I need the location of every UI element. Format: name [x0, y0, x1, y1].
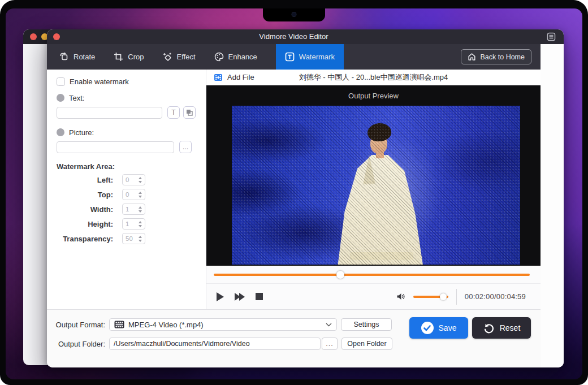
font-button[interactable]: T: [167, 106, 180, 119]
close-button[interactable]: [30, 33, 37, 40]
spinner-down-icon[interactable]: [139, 225, 142, 227]
watermark-area-label: Watermark Area:: [57, 162, 206, 171]
home-icon: [468, 53, 476, 61]
current-file-name: 刘德华 - 中国人 - 20...ble中国巡迴演唱会.mp4: [206, 72, 541, 83]
reset-button[interactable]: Reset: [472, 317, 531, 339]
watermark-picture-input[interactable]: [57, 141, 174, 153]
settings-label: Settings: [353, 321, 379, 328]
transparency-field-label: Transparency:: [57, 235, 113, 243]
add-file-icon: [214, 73, 223, 82]
text-radio[interactable]: [57, 94, 64, 102]
reset-icon: [483, 322, 495, 334]
field-row-height: Height: 1: [57, 218, 206, 230]
watermark-text-input[interactable]: [57, 107, 162, 119]
output-format-dropdown[interactable]: MPEG-4 Video (*.mp4): [109, 318, 337, 331]
output-folder-label: Output Folder:: [47, 340, 105, 348]
enhance-palette-icon: [214, 52, 224, 62]
save-label: Save: [439, 323, 457, 332]
font-color-button[interactable]: [183, 106, 196, 119]
singer-lapel: [363, 155, 375, 184]
tab-label: Rotate: [74, 53, 95, 61]
spinner-up-icon[interactable]: [139, 177, 142, 179]
seek-slider[interactable]: [214, 274, 530, 276]
seek-thumb[interactable]: [336, 271, 344, 279]
desktop-wallpaper: Vidmore Video Editor Rotate: [6, 8, 582, 379]
top-spinner[interactable]: 0: [122, 189, 145, 200]
app-window: Vidmore Video Editor Rotate: [47, 29, 564, 367]
spinner-up-icon[interactable]: [139, 221, 142, 223]
chevron-down-icon: [326, 323, 332, 327]
titlebar[interactable]: Vidmore Video Editor: [47, 29, 564, 44]
divider: [456, 289, 457, 305]
sidebar-panel-icon[interactable]: [547, 32, 556, 41]
top-field-label: Top:: [57, 191, 113, 199]
video-frame[interactable]: [232, 106, 520, 265]
output-folder-input[interactable]: [109, 338, 321, 350]
reset-label: Reset: [500, 323, 521, 332]
height-spinner[interactable]: 1: [122, 218, 145, 230]
spinner-down-icon[interactable]: [139, 181, 142, 183]
open-folder-button[interactable]: Open Folder: [341, 338, 392, 350]
height-field-label: Height:: [57, 220, 113, 228]
settings-button[interactable]: Settings: [341, 318, 392, 331]
volume-thumb[interactable]: [440, 293, 447, 300]
output-format-value: MPEG-4 Video (*.mp4): [128, 321, 204, 329]
spinner-down-icon[interactable]: [139, 240, 142, 242]
transparency-spinner[interactable]: 50: [122, 233, 145, 244]
spinner-up-icon[interactable]: [139, 206, 142, 209]
width-spinner[interactable]: 1: [122, 204, 145, 215]
playback-controls: 00:02:00/00:04:59: [206, 283, 541, 309]
picture-label: Picture:: [69, 128, 94, 137]
window-title: Vidmore Video Editor: [47, 29, 541, 44]
tab-rotate[interactable]: Rotate: [59, 44, 95, 70]
tab-label: Enhance: [228, 53, 257, 61]
tab-label: Crop: [128, 53, 144, 61]
save-button[interactable]: Save: [409, 317, 468, 339]
watermark-settings-panel: Enable watermark Text: T: [47, 70, 206, 309]
tab-watermark[interactable]: Watermark: [276, 44, 344, 70]
picture-radio[interactable]: [57, 128, 64, 136]
window-right-margin: [541, 44, 564, 367]
mpeg-format-icon: [114, 321, 124, 328]
field-row-top: Top: 0: [57, 189, 206, 200]
open-folder-label: Open Folder: [347, 340, 386, 348]
left-value: 0: [123, 176, 137, 183]
file-bar: 刘德华 - 中国人 - 20...ble中国巡迴演唱会.mp4 Add File: [206, 70, 541, 85]
left-field-label: Left:: [57, 176, 113, 184]
volume-slider[interactable]: [413, 296, 448, 298]
width-field-label: Width:: [57, 205, 113, 214]
speaker-icon[interactable]: [396, 292, 405, 301]
add-file-button[interactable]: Add File: [206, 73, 254, 82]
left-spinner[interactable]: 0: [122, 174, 145, 185]
output-preview-area: Output Preview: [206, 85, 541, 266]
enable-watermark-checkbox[interactable]: [57, 77, 65, 86]
back-home-label: Back to Home: [480, 53, 525, 61]
tab-effect[interactable]: Effect: [163, 44, 196, 70]
spinner-down-icon[interactable]: [139, 196, 142, 198]
spinner-down-icon[interactable]: [139, 210, 142, 213]
top-value: 0: [123, 191, 137, 198]
text-label: Text:: [69, 94, 84, 102]
stop-button[interactable]: [256, 293, 263, 300]
tab-label: Watermark: [299, 53, 335, 61]
transparency-value: 50: [123, 235, 137, 242]
folder-browse-button[interactable]: ...: [322, 338, 338, 350]
picture-browse-button[interactable]: ...: [179, 141, 192, 153]
tab-bar: Rotate Crop: [47, 44, 344, 70]
rotate-icon: [59, 52, 69, 62]
spinner-up-icon[interactable]: [139, 236, 142, 238]
tab-crop[interactable]: Crop: [114, 44, 144, 70]
enable-watermark-label: Enable watermark: [70, 77, 129, 86]
tab-label: Effect: [177, 53, 196, 61]
effect-icon: [163, 52, 172, 62]
back-to-home-button[interactable]: Back to Home: [461, 49, 531, 64]
spinner-up-icon[interactable]: [139, 192, 142, 194]
tab-enhance[interactable]: Enhance: [214, 44, 257, 70]
output-preview-label: Output Preview: [206, 92, 541, 100]
seek-bar-row: [206, 266, 541, 283]
camera-icon: [292, 12, 296, 16]
add-file-label: Add File: [227, 73, 254, 81]
play-button[interactable]: [217, 292, 224, 301]
singer-suit: [336, 155, 426, 265]
fast-forward-button[interactable]: [235, 293, 245, 301]
